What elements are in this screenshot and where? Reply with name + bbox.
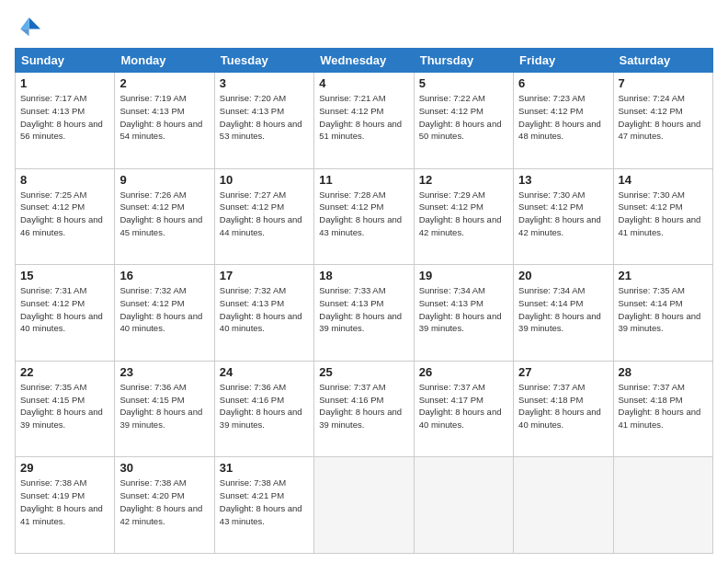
calendar-cell: 15Sunrise: 7:31 AMSunset: 4:12 PMDayligh… <box>16 265 115 362</box>
calendar-cell: 28Sunrise: 7:37 AMSunset: 4:18 PMDayligh… <box>613 361 712 457</box>
calendar-cell: 4Sunrise: 7:21 AMSunset: 4:12 PMDaylight… <box>314 73 414 169</box>
calendar-table: SundayMondayTuesdayWednesdayThursdayFrid… <box>15 48 713 554</box>
day-info: Sunrise: 7:27 AMSunset: 4:12 PMDaylight:… <box>220 189 309 239</box>
day-number: 10 <box>220 173 309 187</box>
header <box>15 15 713 40</box>
svg-marker-0 <box>29 17 40 29</box>
day-number: 20 <box>518 269 608 282</box>
day-number: 6 <box>518 76 608 90</box>
calendar-cell: 9Sunrise: 7:26 AMSunset: 4:12 PMDaylight… <box>115 168 214 265</box>
day-info: Sunrise: 7:34 AMSunset: 4:13 PMDaylight:… <box>419 284 508 335</box>
day-number: 28 <box>619 365 708 379</box>
day-number: 16 <box>119 269 209 282</box>
day-number: 27 <box>518 365 608 379</box>
day-number: 23 <box>119 365 209 379</box>
day-info: Sunrise: 7:31 AMSunset: 4:12 PMDaylight:… <box>20 284 109 335</box>
day-number: 24 <box>220 365 309 379</box>
day-number: 22 <box>20 365 109 379</box>
day-info: Sunrise: 7:32 AMSunset: 4:12 PMDaylight:… <box>119 284 209 335</box>
day-info: Sunrise: 7:33 AMSunset: 4:13 PMDaylight:… <box>319 284 408 335</box>
day-info: Sunrise: 7:35 AMSunset: 4:14 PMDaylight:… <box>619 284 708 335</box>
week-row-4: 22Sunrise: 7:35 AMSunset: 4:15 PMDayligh… <box>16 361 713 457</box>
day-number: 15 <box>20 269 109 282</box>
day-info: Sunrise: 7:25 AMSunset: 4:12 PMDaylight:… <box>20 189 109 239</box>
day-info: Sunrise: 7:22 AMSunset: 4:12 PMDaylight:… <box>419 92 508 143</box>
day-info: Sunrise: 7:26 AMSunset: 4:12 PMDaylight:… <box>119 189 209 239</box>
calendar-cell: 21Sunrise: 7:35 AMSunset: 4:14 PMDayligh… <box>613 265 712 362</box>
weekday-header-monday: Monday <box>115 49 214 73</box>
day-info: Sunrise: 7:38 AMSunset: 4:19 PMDaylight:… <box>20 477 109 527</box>
weekday-header-wednesday: Wednesday <box>314 49 414 73</box>
calendar-cell: 11Sunrise: 7:28 AMSunset: 4:12 PMDayligh… <box>314 168 414 265</box>
day-number: 9 <box>119 173 209 187</box>
day-info: Sunrise: 7:21 AMSunset: 4:12 PMDaylight:… <box>319 92 408 143</box>
week-row-5: 29Sunrise: 7:38 AMSunset: 4:19 PMDayligh… <box>16 457 713 554</box>
calendar-cell: 2Sunrise: 7:19 AMSunset: 4:13 PMDaylight… <box>115 73 214 169</box>
calendar-cell: 29Sunrise: 7:38 AMSunset: 4:19 PMDayligh… <box>16 457 115 554</box>
day-number: 30 <box>119 461 209 475</box>
logo-icon <box>15 15 40 40</box>
svg-marker-2 <box>20 29 28 37</box>
day-info: Sunrise: 7:28 AMSunset: 4:12 PMDaylight:… <box>319 189 408 239</box>
day-info: Sunrise: 7:37 AMSunset: 4:18 PMDaylight:… <box>619 381 708 431</box>
week-row-2: 8Sunrise: 7:25 AMSunset: 4:12 PMDaylight… <box>16 168 713 265</box>
day-info: Sunrise: 7:38 AMSunset: 4:21 PMDaylight:… <box>220 477 309 527</box>
week-row-1: 1Sunrise: 7:17 AMSunset: 4:13 PMDaylight… <box>16 73 713 169</box>
calendar-cell: 5Sunrise: 7:22 AMSunset: 4:12 PMDaylight… <box>414 73 513 169</box>
svg-marker-1 <box>20 17 28 29</box>
calendar-cell: 20Sunrise: 7:34 AMSunset: 4:14 PMDayligh… <box>514 265 613 362</box>
day-number: 26 <box>419 365 508 379</box>
day-number: 25 <box>319 365 408 379</box>
calendar-cell: 14Sunrise: 7:30 AMSunset: 4:12 PMDayligh… <box>613 168 712 265</box>
weekday-header-row: SundayMondayTuesdayWednesdayThursdayFrid… <box>16 49 713 73</box>
calendar-cell: 10Sunrise: 7:27 AMSunset: 4:12 PMDayligh… <box>214 168 313 265</box>
day-number: 31 <box>220 461 309 475</box>
day-info: Sunrise: 7:35 AMSunset: 4:15 PMDaylight:… <box>20 381 109 431</box>
day-number: 8 <box>20 173 109 187</box>
day-info: Sunrise: 7:37 AMSunset: 4:17 PMDaylight:… <box>419 381 508 431</box>
day-number: 13 <box>518 173 608 187</box>
day-number: 18 <box>319 269 408 282</box>
day-info: Sunrise: 7:30 AMSunset: 4:12 PMDaylight:… <box>619 189 708 239</box>
calendar-cell: 8Sunrise: 7:25 AMSunset: 4:12 PMDaylight… <box>16 168 115 265</box>
day-number: 17 <box>220 269 309 282</box>
day-info: Sunrise: 7:37 AMSunset: 4:18 PMDaylight:… <box>518 381 608 431</box>
day-number: 12 <box>419 173 508 187</box>
calendar-cell: 27Sunrise: 7:37 AMSunset: 4:18 PMDayligh… <box>514 361 613 457</box>
day-number: 21 <box>619 269 708 282</box>
calendar-cell: 7Sunrise: 7:24 AMSunset: 4:12 PMDaylight… <box>613 73 712 169</box>
calendar-cell: 25Sunrise: 7:37 AMSunset: 4:16 PMDayligh… <box>314 361 414 457</box>
weekday-header-friday: Friday <box>514 49 613 73</box>
day-info: Sunrise: 7:23 AMSunset: 4:12 PMDaylight:… <box>518 92 608 143</box>
day-info: Sunrise: 7:36 AMSunset: 4:15 PMDaylight:… <box>119 381 209 431</box>
day-info: Sunrise: 7:38 AMSunset: 4:20 PMDaylight:… <box>119 477 209 527</box>
day-info: Sunrise: 7:37 AMSunset: 4:16 PMDaylight:… <box>319 381 408 431</box>
day-info: Sunrise: 7:17 AMSunset: 4:13 PMDaylight:… <box>20 92 109 143</box>
calendar-cell <box>514 457 613 554</box>
logo <box>15 15 44 40</box>
day-number: 29 <box>20 461 109 475</box>
day-number: 2 <box>119 76 209 90</box>
calendar-cell <box>314 457 414 554</box>
calendar-cell: 3Sunrise: 7:20 AMSunset: 4:13 PMDaylight… <box>214 73 313 169</box>
calendar-cell: 16Sunrise: 7:32 AMSunset: 4:12 PMDayligh… <box>115 265 214 362</box>
calendar-cell: 13Sunrise: 7:30 AMSunset: 4:12 PMDayligh… <box>514 168 613 265</box>
day-number: 4 <box>319 76 408 90</box>
weekday-header-thursday: Thursday <box>414 49 513 73</box>
calendar-cell: 31Sunrise: 7:38 AMSunset: 4:21 PMDayligh… <box>214 457 313 554</box>
calendar-cell: 18Sunrise: 7:33 AMSunset: 4:13 PMDayligh… <box>314 265 414 362</box>
day-number: 14 <box>619 173 708 187</box>
day-number: 5 <box>419 76 508 90</box>
calendar-cell <box>613 457 712 554</box>
day-info: Sunrise: 7:19 AMSunset: 4:13 PMDaylight:… <box>119 92 209 143</box>
calendar-cell: 6Sunrise: 7:23 AMSunset: 4:12 PMDaylight… <box>514 73 613 169</box>
day-info: Sunrise: 7:34 AMSunset: 4:14 PMDaylight:… <box>518 284 608 335</box>
calendar-cell: 1Sunrise: 7:17 AMSunset: 4:13 PMDaylight… <box>16 73 115 169</box>
day-info: Sunrise: 7:36 AMSunset: 4:16 PMDaylight:… <box>220 381 309 431</box>
calendar-cell: 22Sunrise: 7:35 AMSunset: 4:15 PMDayligh… <box>16 361 115 457</box>
page: SundayMondayTuesdayWednesdayThursdayFrid… <box>0 0 728 563</box>
day-info: Sunrise: 7:29 AMSunset: 4:12 PMDaylight:… <box>419 189 508 239</box>
day-number: 19 <box>419 269 508 282</box>
calendar-cell: 26Sunrise: 7:37 AMSunset: 4:17 PMDayligh… <box>414 361 513 457</box>
calendar-cell <box>414 457 513 554</box>
